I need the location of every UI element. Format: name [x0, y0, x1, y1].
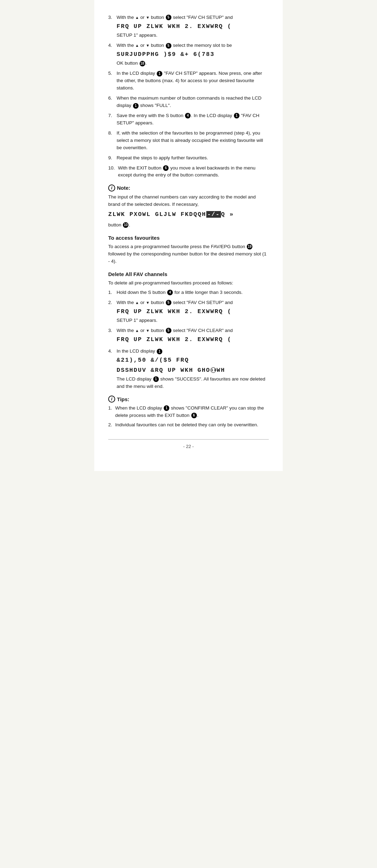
step-number: 3. — [108, 327, 117, 334]
tip-number: 1. — [108, 405, 115, 412]
list-item: 2. Individual favourites can not be dele… — [108, 421, 269, 429]
step-text: With the ▲ or ▼ button 5 select "FAV CH … — [117, 15, 233, 20]
tips-heading: i Tips: — [108, 395, 269, 403]
access-paragraph: To access a pre-programmed favourite pre… — [108, 243, 269, 265]
circle-1: 1 — [157, 349, 162, 354]
delete-steps-list: 1. Hold down the S button 4 for a little… — [108, 289, 269, 390]
step-text: Save the entry with the S button 4. In t… — [117, 113, 259, 125]
note-paragraph: The input of the channel numbers can var… — [108, 194, 269, 208]
bold-display-text: FRQ UP ZLWK WKH 2. EXWWRQ ( — [117, 22, 269, 31]
step-number: 2. — [108, 299, 117, 306]
arrow-down-icon: ▼ — [146, 300, 150, 306]
list-item: 4. In the LCD display 1 &21),50 &/($5 FR… — [108, 348, 269, 390]
page-divider — [108, 439, 269, 440]
list-item: 1. When the LCD display 1 shows "CONFIRM… — [108, 405, 269, 419]
tips-list: 1. When the LCD display 1 shows "CONFIRM… — [108, 405, 269, 429]
step-text: Hold down the S button 4 for a little lo… — [117, 290, 243, 295]
step-content: With the ▲ or ▼ button 5 select "FAV CH … — [117, 14, 269, 39]
list-item: 4. With the ▲ or ▼ button 5 select the m… — [108, 42, 269, 67]
circle-1: 1 — [234, 113, 239, 118]
list-item: 1. Hold down the S button 4 for a little… — [108, 289, 269, 296]
circle-10: 10 — [123, 222, 128, 228]
step-number: 5. — [108, 70, 117, 77]
list-item: 10. With the EXIT button 6 you move a le… — [108, 165, 269, 179]
info-icon: i — [108, 396, 115, 403]
step-number: 6. — [108, 95, 117, 102]
info-icon: i — [108, 185, 115, 191]
circle-19: 19 — [247, 244, 252, 249]
circle-4: 4 — [185, 113, 191, 118]
circle-1: 1 — [157, 71, 162, 77]
step-text: With the ▲ or ▼ button 5 select the memo… — [117, 43, 232, 48]
step-content: Hold down the S button 4 for a little lo… — [117, 289, 269, 296]
step-text: With the EXIT button 6 you move a level … — [118, 165, 256, 178]
note-button-text: button 10. — [108, 222, 269, 229]
note-heading: i Note: — [108, 184, 269, 192]
circle-1: 1 — [133, 103, 139, 109]
arrow-down-icon: ▼ — [146, 15, 150, 21]
note-bold-text: ZLWK PXOWL GLJLW FKDQQH — [108, 211, 206, 218]
bold-display-text: FRQ UP ZLWK WKH 2. EXWWRQ ( — [117, 335, 269, 344]
arrow-down-icon: ▼ — [146, 328, 150, 334]
delete-heading: Delete All FAV channels — [108, 270, 269, 278]
step-content: In the LCD display 1 &21),50 &/($5 FRQ D… — [117, 348, 269, 390]
page: 3. With the ▲ or ▼ button 5 select "FAV … — [94, 0, 283, 471]
step-text-continued: OK button 18. — [117, 60, 147, 66]
arrow-up-icon: ▲ — [135, 300, 139, 306]
circle-18: 18 — [140, 61, 145, 66]
bold-display-text2: DSSHDUV &RQ UP WKH GHO13WH — [117, 366, 269, 375]
list-item: 7. Save the entry with the S button 4. I… — [108, 112, 269, 127]
list-item: 6. When the maximum number of button com… — [108, 95, 269, 109]
tip-text: Individual favourites can not be deleted… — [115, 422, 258, 427]
circle-6: 6 — [163, 165, 169, 171]
step-text: In the LCD display 1 — [117, 348, 163, 354]
step-number: 4. — [108, 348, 117, 355]
step-number: 9. — [108, 154, 117, 162]
tip-content: Individual favourites can not be deleted… — [115, 421, 269, 429]
delete-intro: To delete all pre-programmed favourites … — [108, 280, 269, 287]
arrow-up-icon: ▲ — [135, 43, 139, 49]
list-item: 5. In the LCD display 1 "FAV CH STEP" ap… — [108, 70, 269, 92]
step-text: With the ▲ or ▼ button 5 select "FAV CH … — [117, 300, 233, 305]
page-number: - 22 - — [108, 443, 269, 450]
step-number: 8. — [108, 130, 117, 137]
tip-text: When the LCD display 1 shows "CONFIRM CL… — [115, 405, 264, 418]
step-number: 1. — [108, 289, 117, 296]
circle-5: 5 — [166, 15, 171, 20]
note-title: Note: — [117, 184, 130, 192]
step-text-continued: The LCD display 1 shows "SUCCESS". All f… — [117, 376, 265, 389]
step-content: In the LCD display 1 "FAV CH STEP" appea… — [117, 70, 269, 92]
bold-display-text: SURJUDPPHG )$9 &+ 6(783 — [117, 50, 269, 59]
step-number: 10. — [108, 165, 118, 172]
steps-list: 3. With the ▲ or ▼ button 5 select "FAV … — [108, 14, 269, 179]
access-heading: To access favourites — [108, 234, 269, 242]
circle-1: 1 — [164, 405, 169, 411]
content: 3. With the ▲ or ▼ button 5 select "FAV … — [108, 14, 269, 450]
step-content: With the ▲ or ▼ button 5 select "FAV CH … — [117, 299, 269, 324]
step-content: With the ▲ or ▼ button 5 select "FAV CH … — [117, 327, 269, 345]
step-text: Repeat the steps to apply further favour… — [117, 155, 208, 160]
list-item: 2. With the ▲ or ▼ button 5 select "FAV … — [108, 299, 269, 324]
step-text-continued: SETUP 1" appears. — [117, 32, 157, 38]
step-text: When the maximum number of button comman… — [117, 95, 261, 108]
tip-content: When the LCD display 1 shows "CONFIRM CL… — [115, 405, 269, 419]
circle-4: 4 — [167, 290, 173, 295]
list-item: 3. With the ▲ or ▼ button 5 select "FAV … — [108, 14, 269, 39]
list-item: 3. With the ▲ or ▼ button 5 select "FAV … — [108, 327, 269, 345]
bold-display-text: &21),50 &/($5 FRQ — [117, 356, 269, 365]
note-bold-paragraph: ZLWK PXOWL GLJLW FKDQQH-/-Q » — [108, 210, 269, 219]
step-content: With the ▲ or ▼ button 5 select the memo… — [117, 42, 269, 67]
step-content: If, with the selection of the favourites… — [117, 130, 269, 152]
step-content: When the maximum number of button comman… — [117, 95, 269, 109]
circle-6: 6 — [191, 413, 197, 418]
arrow-down-icon: ▼ — [146, 43, 150, 49]
arrow-up-icon: ▲ — [135, 328, 139, 334]
step-number: 4. — [108, 42, 117, 49]
arrow-up-icon: ▲ — [135, 15, 139, 21]
step-content: Repeat the steps to apply further favour… — [117, 154, 269, 162]
step-content: Save the entry with the S button 4. In t… — [117, 112, 269, 127]
bold-display-text: FRQ UP ZLWK WKH 2. EXWWRQ ( — [117, 307, 269, 316]
step-text-continued: SETUP 1" appears. — [117, 318, 157, 323]
step-number: 3. — [108, 14, 117, 21]
step-text: With the ▲ or ▼ button 5 select "FAV CH … — [117, 328, 233, 333]
